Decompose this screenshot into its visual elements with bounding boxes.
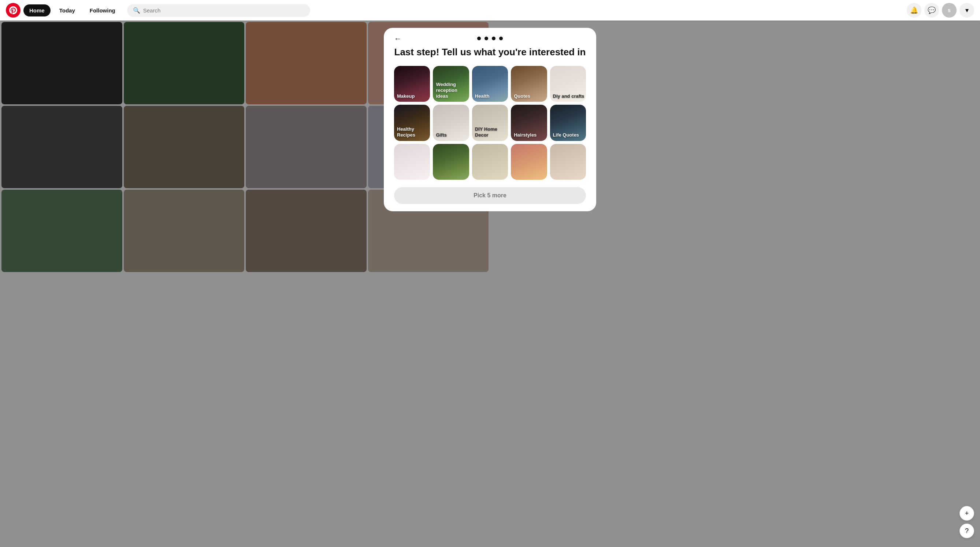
search-input[interactable] (143, 7, 304, 14)
card-label-gifts: Gifts (436, 132, 447, 138)
card-bg-skincare (394, 144, 430, 180)
interest-card-gifts[interactable]: Gifts (433, 105, 469, 141)
interest-card-diy-home[interactable]: DIY Home Decor (472, 105, 490, 141)
card-label-wedding: Wedding reception ideas (436, 82, 469, 99)
interest-card-wedding[interactable]: Wedding reception ideas (433, 66, 469, 102)
card-label-health: Health (475, 93, 490, 99)
interest-card-pets[interactable] (433, 144, 469, 180)
progress-dots (477, 37, 490, 40)
interest-card-drinks[interactable] (472, 144, 490, 180)
search-bar: 🔍 (127, 4, 310, 17)
card-label-makeup: Makeup (397, 93, 415, 99)
interest-card-makeup[interactable]: Makeup (394, 66, 430, 102)
dot-2 (485, 37, 488, 40)
interest-card-recipes[interactable]: Healthy Recipes (394, 105, 430, 141)
interest-card-health[interactable]: Health (472, 66, 490, 102)
interest-grid: Makeup Wedding reception ideas Health Qu… (394, 66, 490, 181)
card-label-recipes: Healthy Recipes (397, 126, 430, 138)
card-bg-drinks (472, 144, 490, 180)
back-button[interactable]: ← (394, 34, 401, 43)
pick-more-button[interactable]: Pick 5 more (394, 187, 490, 204)
following-nav-button[interactable]: Following (84, 5, 121, 16)
card-label-diy-home: DIY Home Decor (475, 126, 490, 138)
search-icon: 🔍 (133, 7, 140, 14)
interest-modal: ← Last step! Tell us what you're interes… (384, 28, 490, 211)
modal-title: Last step! Tell us what you're intereste… (394, 46, 490, 59)
home-nav-button[interactable]: Home (24, 5, 51, 16)
dot-1 (477, 37, 481, 40)
pinterest-logo[interactable] (6, 3, 21, 17)
modal-overlay: ← Last step! Tell us what you're interes… (0, 21, 490, 274)
card-bg-pets (433, 144, 469, 180)
today-nav-button[interactable]: Today (54, 5, 81, 16)
modal-header: ← (394, 37, 490, 40)
navbar: Home Today Following 🔍 🔔 💬 s ▾ (0, 0, 490, 21)
interest-card-skincare[interactable] (394, 144, 430, 180)
